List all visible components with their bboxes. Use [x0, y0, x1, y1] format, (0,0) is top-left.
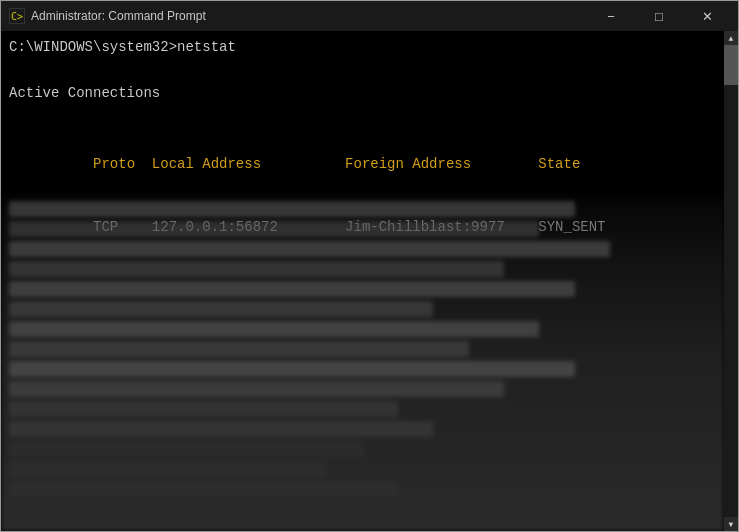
- blur-row-4: [9, 261, 504, 277]
- blank-line-1: [9, 58, 716, 79]
- blur-row-13: [9, 441, 363, 457]
- column-headers: Proto Local Address Foreign Address Stat…: [9, 133, 716, 196]
- blur-row-7: [9, 321, 539, 337]
- blur-row-11: [9, 401, 398, 417]
- blur-row-14: [9, 461, 327, 477]
- blur-row-10: [9, 381, 504, 397]
- scroll-down-button[interactable]: ▼: [724, 517, 738, 531]
- scrollbar-track[interactable]: [724, 45, 738, 517]
- window: C> Administrator: Command Prompt − □ ✕ C…: [0, 0, 739, 532]
- scrollbar-thumb[interactable]: [724, 45, 738, 85]
- blur-row-15: [9, 481, 398, 497]
- proto-col-header: Proto: [76, 156, 135, 172]
- blur-row-5: [9, 281, 575, 297]
- title-bar: C> Administrator: Command Prompt − □ ✕: [1, 1, 738, 31]
- cmd-icon: C>: [9, 8, 25, 24]
- minimize-button[interactable]: −: [588, 1, 634, 31]
- prompt-line: C:\WINDOWS\system32>netstat: [9, 37, 716, 58]
- blurred-rows: [1, 191, 724, 507]
- window-title: Administrator: Command Prompt: [31, 9, 206, 23]
- blur-row-1: [9, 201, 575, 217]
- scrollbar[interactable]: ▲ ▼: [724, 31, 738, 531]
- blur-row-6: [9, 301, 433, 317]
- blurred-content-area: [1, 191, 724, 531]
- console-content[interactable]: C:\WINDOWS\system32>netstat Active Conne…: [1, 31, 724, 531]
- title-bar-controls: − □ ✕: [588, 1, 730, 31]
- state-col-header: State: [538, 156, 580, 172]
- close-button[interactable]: ✕: [684, 1, 730, 31]
- blur-row-12: [9, 421, 433, 437]
- svg-text:C>: C>: [11, 11, 23, 22]
- maximize-button[interactable]: □: [636, 1, 682, 31]
- console-area: C:\WINDOWS\system32>netstat Active Conne…: [1, 31, 738, 531]
- section-header: Active Connections: [9, 83, 716, 104]
- blur-row-8: [9, 341, 469, 357]
- blur-row-2: [9, 221, 539, 237]
- local-col-header: Local Address: [135, 156, 345, 172]
- title-bar-left: C> Administrator: Command Prompt: [9, 8, 206, 24]
- blur-row-3: [9, 241, 610, 257]
- scroll-up-button[interactable]: ▲: [724, 31, 738, 45]
- foreign-col-header: Foreign Address: [345, 156, 538, 172]
- blur-row-9: [9, 361, 575, 377]
- blank-line-2: [9, 104, 716, 125]
